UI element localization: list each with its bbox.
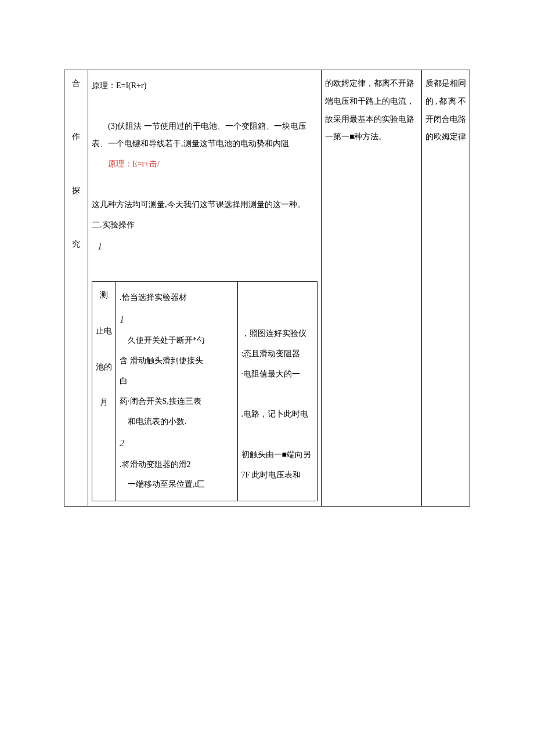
- principle-3: 原理：E=r+击/: [92, 155, 317, 173]
- italic-number-top: 1: [98, 236, 317, 256]
- inner-steps-table: 测 止电 池的 月 .恰当选择实验器材 1 久使开关处于断开*勺 含 滑动触头滑…: [92, 281, 317, 501]
- col4-text: 质都是相同的,都离不开闭合电路的欧姆定律: [425, 75, 466, 146]
- right-r3: ·电阻值最大的一: [241, 366, 313, 384]
- right-r2: :态且滑动变阻器: [241, 345, 313, 363]
- document-table: 合 作 探 究 原理：E=I(R+r) (3)伏阻法 一节使用过的干电池、一个变…: [64, 70, 470, 507]
- left-label-text: 合 作 探 究: [68, 75, 84, 254]
- left-label-cell: 合 作 探 究: [64, 70, 88, 507]
- method-3-para: (3)伏阻法 一节使用过的干电池、一个变阻箱、一块电压表、一个电键和导线若干,测…: [92, 118, 317, 154]
- step-2a: .将滑动变阻器的滑2: [120, 456, 234, 474]
- right-r6: 7F 此时电压表和: [241, 466, 313, 484]
- summary-para: 这几种方法均可测量,今天我们这节课选择用测量的这一种。: [92, 196, 317, 214]
- inner-left-label-text: 测 止电 池的 月: [96, 287, 112, 412]
- column-3-cell: 的欧姆定律，都离不开路端电压和干路上的电流，故采用最基本的实验电路一第一■种方法…: [322, 70, 422, 507]
- column-4-cell: 质都是相同的,都离不开闭合电路的欧姆定律: [422, 70, 470, 507]
- main-content-cell: 原理：E=I(R+r) (3)伏阻法 一节使用过的干电池、一个变阻箱、一块电压表…: [88, 70, 322, 507]
- step-2b: 一端移动至呆位置,t匚: [120, 476, 234, 494]
- step-1d: 白: [120, 372, 234, 390]
- section-2-title: 二.实验操作: [92, 216, 317, 234]
- step-1e: 药·闭合开关S,接连三表: [120, 393, 234, 411]
- principle-1: 原理：E=I(R+r): [92, 77, 317, 95]
- step-1b: 久使开关处于断开*勺: [120, 332, 234, 350]
- italic-num-2: 2: [120, 433, 234, 453]
- right-r4: .电路，记卜此时电: [241, 406, 313, 424]
- col3-text: 的欧姆定律，都离不开路端电压和干路上的电流，故采用最基本的实验电路一第一■种方法…: [325, 75, 418, 146]
- inner-left-content: .恰当选择实验器材 1 久使开关处于断开*勺 含 滑动触头滑到使接头 白 药·闭…: [116, 282, 238, 501]
- right-r1: ，照图连好实验仪: [241, 325, 313, 343]
- right-r5: 初触头由一■端向另: [241, 446, 313, 464]
- inner-right-content: ，照图连好实验仪 :态且滑动变阻器 ·电阻值最大的一 .电路，记卜此时电 初触头…: [237, 282, 317, 501]
- step-1a: .恰当选择实验器材: [120, 289, 234, 307]
- step-1c: 含 滑动触头滑到使接头: [120, 352, 234, 370]
- step-1f: 和电流表的小数.: [120, 413, 234, 431]
- italic-num-1: 1: [120, 309, 234, 330]
- inner-left-label-cell: 测 止电 池的 月: [92, 282, 116, 501]
